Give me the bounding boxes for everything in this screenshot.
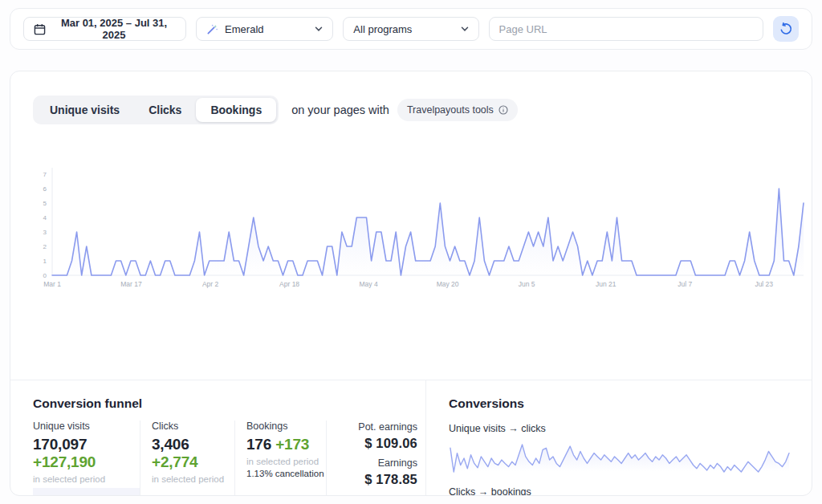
conversions-title: Conversions — [449, 396, 791, 411]
svg-text:3: 3 — [43, 229, 47, 236]
programs-select[interactable]: All programs — [343, 17, 478, 41]
page-url-field-wrap — [489, 17, 763, 41]
funnel-col-bookings: Bookings 176 +173 in selected period 1.1… — [235, 421, 327, 496]
chevron-down-icon — [461, 25, 469, 33]
date-range-picker[interactable]: Mar 01, 2025 – Jul 31, 2025 — [23, 17, 186, 41]
analytics-dashboard: Mar 01, 2025 – Jul 31, 2025 Emerald All … — [0, 0, 822, 504]
funnel-bar-clicks — [140, 488, 234, 496]
earnings-summary: Pot. earnings $ 109.06 Earnings $ 178.85… — [327, 421, 425, 496]
svg-text:Jul 7: Jul 7 — [678, 280, 692, 288]
funnel-label: Unique visits — [33, 421, 140, 432]
pot-earnings-label: Pot. earnings — [358, 421, 417, 433]
page-url-input[interactable] — [499, 23, 753, 35]
funnel-delta: +127,190 — [33, 453, 96, 470]
tab-bookings[interactable]: Bookings — [196, 98, 276, 122]
svg-text:May 20: May 20 — [437, 280, 459, 288]
travelpayouts-tools-badge[interactable]: Travelpayouts tools — [397, 99, 518, 121]
svg-text:2: 2 — [43, 243, 47, 250]
svg-text:Mar 1: Mar 1 — [43, 280, 61, 288]
svg-text:4: 4 — [43, 214, 47, 222]
calendar-icon — [34, 23, 46, 35]
svg-text:0: 0 — [43, 272, 47, 279]
svg-text:Apr 18: Apr 18 — [279, 280, 299, 288]
funnel-caption: in selected period — [33, 474, 140, 484]
svg-text:Mar 17: Mar 17 — [120, 280, 142, 288]
funnel-title: Conversion funnel — [33, 396, 425, 411]
tab-unique-visits[interactable]: Unique visits — [35, 98, 134, 122]
svg-text:5: 5 — [43, 200, 47, 207]
funnel-cancellation: 1.13% cancellation — [246, 469, 326, 478]
funnel-bar-unique-visits — [33, 488, 140, 496]
refresh-icon — [779, 22, 792, 35]
funnel-col-unique-visits: Unique visits 170,097 +127,190 in select… — [33, 421, 140, 496]
svg-text:Jun 21: Jun 21 — [596, 280, 616, 288]
badge-label: Travelpayouts tools — [407, 104, 494, 116]
tab-clicks[interactable]: Clicks — [134, 98, 196, 122]
chevron-down-icon — [315, 25, 323, 33]
clicks-bookings-label: Clicks → bookings — [449, 486, 791, 496]
magic-wand-icon — [206, 23, 218, 35]
metric-tabs: Unique visits Clicks Bookings — [33, 96, 279, 124]
conversions-section: Conversions Unique visits → clicks Click… — [426, 380, 812, 495]
bookings-line-chart: 01234567Mar 1Mar 17Apr 2Apr 18May 4May 2… — [35, 156, 808, 293]
metric-tabs-row: Unique visits Clicks Bookings on your pa… — [33, 96, 789, 124]
refresh-button[interactable] — [773, 16, 799, 42]
funnel-label: Bookings — [246, 421, 326, 432]
svg-text:1: 1 — [43, 258, 47, 265]
ecpc-label: eCPC — [391, 494, 417, 496]
svg-text:Jun 5: Jun 5 — [519, 280, 535, 288]
funnel-delta: +173 — [275, 436, 309, 453]
trademark-select[interactable]: Emerald — [196, 17, 333, 41]
funnel-caption: in selected period — [246, 457, 326, 466]
filter-bar: Mar 01, 2025 – Jul 31, 2025 Emerald All … — [10, 8, 812, 50]
trademark-value: Emerald — [225, 23, 308, 35]
uv-clicks-label: Unique visits → clicks — [449, 423, 791, 434]
tabs-caption: on your pages with — [291, 104, 389, 116]
svg-text:7: 7 — [43, 171, 47, 178]
funnel-value: 176 — [246, 436, 271, 453]
conversion-funnel-section: Conversion funnel Unique visits 170,097 … — [10, 380, 426, 495]
svg-text:May 4: May 4 — [360, 280, 378, 288]
earnings-value: $ 178.85 — [364, 472, 417, 487]
funnel-value: 170,097 — [33, 436, 87, 453]
funnel-col-clicks: Clicks 3,406 +2,774 in selected period — [140, 421, 235, 496]
funnel-value: 3,406 — [152, 436, 189, 453]
earnings-label: Earnings — [378, 457, 417, 469]
uv-clicks-sparkline — [449, 441, 791, 474]
funnel-caption: in selected period — [152, 474, 234, 484]
funnel-grid: Unique visits 170,097 +127,190 in select… — [33, 421, 425, 496]
svg-text:6: 6 — [43, 185, 47, 193]
funnel-bar-bookings — [235, 488, 326, 496]
info-icon — [498, 105, 508, 115]
svg-text:Jul 23: Jul 23 — [755, 280, 773, 288]
analytics-card: Unique visits Clicks Bookings on your pa… — [10, 71, 812, 496]
pot-earnings-value: $ 109.06 — [364, 436, 417, 451]
svg-text:Apr 2: Apr 2 — [202, 280, 219, 288]
stats-bottom-section: Conversion funnel Unique visits 170,097 … — [10, 380, 812, 495]
programs-value: All programs — [353, 23, 454, 35]
date-range-value: Mar 01, 2025 – Jul 31, 2025 — [52, 17, 176, 41]
funnel-delta: +2,774 — [152, 453, 197, 470]
funnel-label: Clicks — [152, 421, 234, 432]
bookings-chart-area: 01234567Mar 1Mar 17Apr 2Apr 18May 4May 2… — [35, 156, 787, 293]
